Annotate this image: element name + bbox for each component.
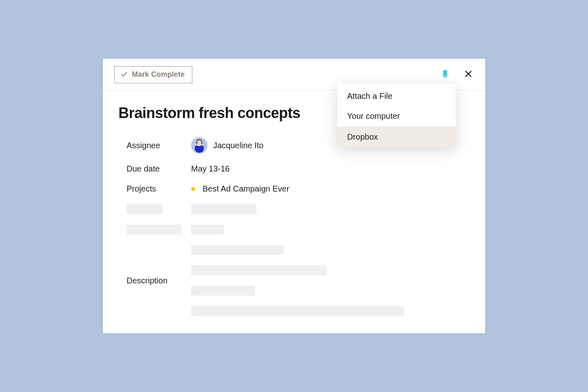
svg-point-3 [196,140,202,146]
attach-file-popover: Attach a File Your computer Dropbox [337,83,456,147]
project-value[interactable]: Best Ad Campaign Ever [191,184,470,194]
placeholder-field-value [191,204,470,214]
skeleton-placeholder [191,245,283,255]
close-icon [464,69,473,80]
mark-complete-label: Mark Complete [132,70,185,79]
assignee-name: Jacqueline Ito [213,141,263,150]
attach-popover-title: Attach a File [337,83,456,106]
skeleton-placeholder [127,204,163,214]
skeleton-placeholder [191,306,404,316]
paperclip-icon [440,69,450,80]
due-date-label: Due date [127,164,191,174]
check-icon [120,71,128,78]
placeholder-field-label [127,204,191,214]
assignee-label: Assignee [127,137,191,154]
projects-label: Projects [127,184,191,194]
placeholder-field-label [127,225,191,234]
task-detail-panel: Mark Complete Brainstorm f [103,59,485,333]
placeholder-field-value [191,225,470,234]
attach-option-your-computer[interactable]: Your computer [337,106,456,127]
project-name: Best Ad Campaign Ever [203,184,289,194]
due-date-value[interactable]: May 13-16 [191,164,470,174]
skeleton-placeholder [191,286,255,296]
attach-option-dropbox[interactable]: Dropbox [337,127,456,147]
project-color-dot [191,187,195,191]
mark-complete-button[interactable]: Mark Complete [114,66,192,83]
skeleton-placeholder [191,265,327,275]
attachment-button[interactable] [439,67,452,82]
close-button[interactable] [462,68,474,81]
description-value[interactable] [191,245,470,316]
skeleton-placeholder [127,225,181,234]
skeleton-placeholder [191,204,256,214]
assignee-avatar [191,137,207,154]
description-label: Description [127,245,191,316]
skeleton-placeholder [191,225,224,234]
task-fields: Assignee Jacqueline Ito Due date May 13-… [118,137,470,316]
